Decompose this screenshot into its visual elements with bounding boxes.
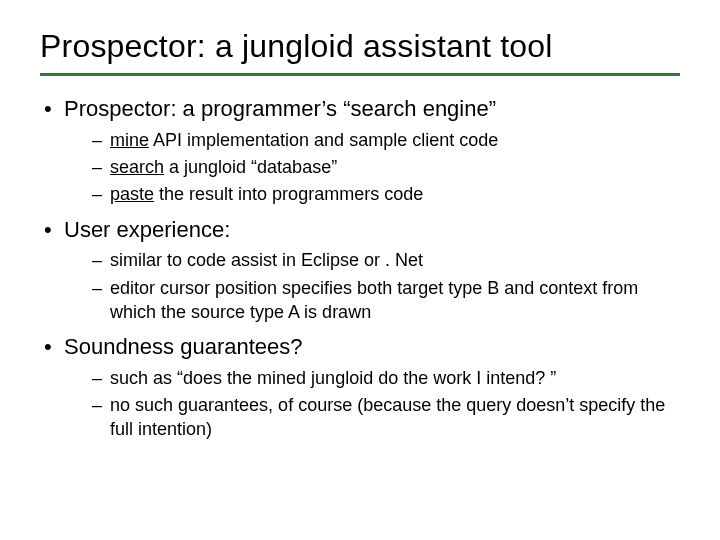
slide-title: Prospector: a jungloid assistant tool	[40, 28, 680, 65]
sub-item: such as “does the mined jungloid do the …	[90, 366, 680, 390]
sub-rest: the result into programmers code	[154, 184, 423, 204]
bullet-item: Soundness guarantees? such as “does the …	[40, 332, 680, 442]
sub-item: paste the result into programmers code	[90, 182, 680, 206]
bullet-text: Soundness guarantees?	[64, 334, 303, 359]
bullet-list: Prospector: a programmer’s “search engin…	[40, 94, 680, 442]
sub-item: editor cursor position specifies both ta…	[90, 276, 680, 325]
title-underline	[40, 73, 680, 76]
bullet-item: Prospector: a programmer’s “search engin…	[40, 94, 680, 207]
sub-lead-underline: search	[110, 157, 164, 177]
slide: Prospector: a jungloid assistant tool Pr…	[0, 0, 720, 468]
sub-text: such as “does the mined jungloid do the …	[110, 368, 556, 388]
bullet-item: User experience: similar to code assist …	[40, 215, 680, 325]
sub-lead-underline: mine	[110, 130, 149, 150]
sub-item: search a jungloid “database”	[90, 155, 680, 179]
sub-rest: API implementation and sample client cod…	[149, 130, 498, 150]
sub-text: similar to code assist in Eclipse or . N…	[110, 250, 423, 270]
sub-item: mine API implementation and sample clien…	[90, 128, 680, 152]
sub-rest: a jungloid “database”	[164, 157, 337, 177]
sub-item: no such guarantees, of course (because t…	[90, 393, 680, 442]
bullet-text: User experience:	[64, 217, 230, 242]
sub-item: similar to code assist in Eclipse or . N…	[90, 248, 680, 272]
sub-list: such as “does the mined jungloid do the …	[90, 366, 680, 442]
sub-lead-underline: paste	[110, 184, 154, 204]
bullet-text: Prospector: a programmer’s “search engin…	[64, 96, 496, 121]
sub-text: editor cursor position specifies both ta…	[110, 278, 638, 322]
sub-list: similar to code assist in Eclipse or . N…	[90, 248, 680, 324]
sub-text: no such guarantees, of course (because t…	[110, 395, 665, 439]
sub-list: mine API implementation and sample clien…	[90, 128, 680, 207]
